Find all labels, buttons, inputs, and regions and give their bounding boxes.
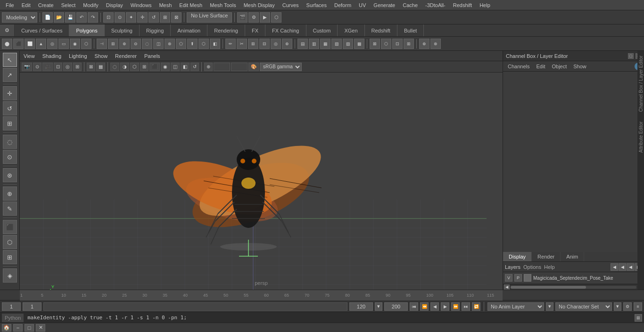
playback-start-input[interactable]: 1 xyxy=(23,302,41,311)
new-file-btn[interactable]: 📄 xyxy=(42,12,53,23)
transform-tool-btn[interactable]: ⊠ xyxy=(171,12,182,23)
loop-btn[interactable]: 🔁 xyxy=(472,302,480,311)
scale-tool-btn[interactable]: ⊞ xyxy=(160,12,170,23)
node-editor-btn[interactable]: ⊞ xyxy=(3,250,17,264)
menu-create[interactable]: Create xyxy=(34,1,58,9)
layer-options-label[interactable]: Options xyxy=(523,264,541,270)
cube-btn[interactable]: ⬛ xyxy=(13,39,24,49)
tab-custom[interactable]: Custom xyxy=(306,24,338,36)
menu-mesh-display[interactable]: Mesh Display xyxy=(240,1,279,9)
current-frame-input[interactable]: 1 xyxy=(2,302,21,311)
instance-btn[interactable]: ⊞ xyxy=(108,39,118,49)
channel-box-nav-object[interactable]: Object xyxy=(549,63,570,70)
layer-next-btn[interactable]: ◀ xyxy=(619,263,626,271)
vp-menu-lighting[interactable]: Lighting xyxy=(67,53,89,59)
viewport-canvas[interactable]: X Y Z persp xyxy=(20,73,503,290)
menu-help[interactable]: Help xyxy=(476,1,494,9)
menu-generate[interactable]: Generate xyxy=(370,1,399,9)
vp-ao-btn[interactable]: ◧ xyxy=(181,63,190,71)
torus-btn[interactable]: ◎ xyxy=(47,39,58,49)
menu-display[interactable]: Display xyxy=(102,1,127,9)
bevel-btn[interactable]: ⬠ xyxy=(176,39,186,49)
vp-cam2-btn[interactable]: 🎥 xyxy=(42,63,53,71)
rotate-tool-btn[interactable]: ↺ xyxy=(149,12,159,23)
sculpt-btn[interactable]: ⊙ xyxy=(3,150,17,164)
playback-end-frame-input[interactable] xyxy=(349,302,373,311)
tab-fx-caching[interactable]: FX Caching xyxy=(265,24,306,36)
panel-float-btn[interactable]: □ xyxy=(628,53,634,59)
vp-menu-renderer[interactable]: Renderer xyxy=(113,53,139,59)
layers-label[interactable]: Layers xyxy=(505,264,520,270)
rotate-btn[interactable]: ↺ xyxy=(3,101,17,115)
live-surface-btn[interactable]: No Live Surface xyxy=(187,12,232,23)
shape2-btn[interactable]: ▤ xyxy=(297,39,308,49)
channel-box-nav-edit[interactable]: Edit xyxy=(533,63,548,70)
uv-edit-btn[interactable]: ⊠ xyxy=(370,39,380,49)
menu-edit[interactable]: Edit xyxy=(18,1,34,9)
menu-surfaces[interactable]: Surfaces xyxy=(303,1,330,9)
menu-3dtoall[interactable]: -3DtoAll- xyxy=(421,1,449,9)
tab-redshift[interactable]: Redshift xyxy=(365,24,397,36)
animation-bar[interactable] xyxy=(43,302,347,311)
vp-cam3-btn[interactable]: ⊡ xyxy=(54,63,62,71)
go-start-btn[interactable]: ⏮ xyxy=(410,302,418,311)
sphere-btn[interactable]: ⬤ xyxy=(2,39,12,49)
vp-depth-btn[interactable]: ↺ xyxy=(190,63,199,71)
channel-box-nav-channels[interactable]: Channels xyxy=(505,63,532,70)
go-end-btn[interactable]: ⏭ xyxy=(462,302,470,311)
cut-btn[interactable]: ✂ xyxy=(237,39,247,49)
layer-row[interactable]: V P Magicicada_Septendecim_Pose_Take xyxy=(503,272,644,284)
select-tool-btn[interactable]: ⊡ xyxy=(103,12,114,23)
shape7-btn[interactable]: ▩ xyxy=(354,39,364,49)
scroll-track[interactable] xyxy=(511,286,636,289)
scroll-left-btn[interactable]: ◀ xyxy=(504,284,510,290)
window-maximize-icon[interactable]: □ xyxy=(25,324,34,332)
layer-playback-btn[interactable]: P xyxy=(514,274,522,282)
shape6-btn[interactable]: ▨ xyxy=(343,39,353,49)
render-btn[interactable]: 🎬 xyxy=(237,12,248,23)
menu-mesh-tools[interactable]: Mesh Tools xyxy=(206,1,239,9)
connect-btn[interactable]: ⊕ xyxy=(282,39,292,49)
window-minimize-icon[interactable]: − xyxy=(13,324,23,332)
menu-curves[interactable]: Curves xyxy=(279,1,303,9)
xray-btn[interactable]: ◈ xyxy=(3,268,17,283)
vp-display-btn[interactable]: ⊞ xyxy=(73,63,82,71)
merge-btn[interactable]: ⊟ xyxy=(259,39,270,49)
scale-btn[interactable]: ⊞ xyxy=(3,116,17,130)
vp-menu-show[interactable]: Show xyxy=(93,53,110,59)
vp-camera-btn[interactable]: 📷 xyxy=(22,63,32,71)
next-frame-btn[interactable]: ⏩ xyxy=(451,302,460,311)
plane-btn[interactable]: ▭ xyxy=(58,39,69,49)
layer-help-label[interactable]: Help xyxy=(544,264,555,270)
save-file-btn[interactable]: 💾 xyxy=(65,12,75,23)
shape-btn[interactable]: ⬡ xyxy=(81,39,91,49)
vp-wire-btn[interactable]: ⊞ xyxy=(140,63,149,71)
menu-windows[interactable]: Windows xyxy=(127,1,156,9)
uv-set-btn[interactable]: ⬡ xyxy=(381,39,391,49)
tab-bullet[interactable]: Bullet xyxy=(397,24,424,36)
vp-menu-view[interactable]: View xyxy=(22,53,37,59)
channel-box-nav-show[interactable]: Show xyxy=(570,63,589,70)
python-clear-btn[interactable]: ⊞ xyxy=(635,314,642,322)
redo-btn[interactable]: ↷ xyxy=(88,12,98,23)
render-view-btn[interactable]: ⬛ xyxy=(3,220,17,234)
vp-cam-target-btn[interactable]: ⊙ xyxy=(33,63,41,71)
prev-frame-btn[interactable]: ⏪ xyxy=(420,302,429,311)
cb-tab-render[interactable]: Render xyxy=(532,252,561,261)
timeline-ruler[interactable]: 1 5 10 15 20 25 30 35 40 45 50 55 60 65 … xyxy=(20,290,503,300)
tab-row-settings[interactable]: ⚙ xyxy=(0,24,15,36)
uv-snap-btn[interactable]: ⊡ xyxy=(392,39,403,49)
layer-visible-btn[interactable]: V xyxy=(505,274,512,282)
vp-shading2-btn[interactable]: ◑ xyxy=(120,63,129,71)
layer-color-swatch[interactable] xyxy=(524,274,531,282)
total-end-frame-input[interactable] xyxy=(384,302,408,311)
anim-layer-dropdown[interactable]: No Anim Layer xyxy=(487,302,544,311)
vp-shadow-btn[interactable]: ◫ xyxy=(171,63,180,71)
target-btn[interactable]: ◎ xyxy=(271,39,281,49)
menu-mesh[interactable]: Mesh xyxy=(155,1,175,9)
paint-tool-btn[interactable]: ✦ xyxy=(126,12,136,23)
tab-xgen[interactable]: XGen xyxy=(338,24,364,36)
vp-exposure-btn[interactable]: ⊕ xyxy=(204,63,213,71)
tab-animation[interactable]: Animation xyxy=(171,24,207,36)
menu-modify[interactable]: Modify xyxy=(79,1,102,9)
